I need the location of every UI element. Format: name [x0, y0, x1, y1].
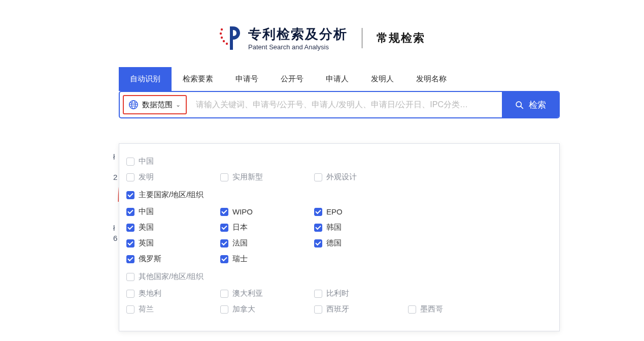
checkbox-main-kr[interactable]: 韩国: [314, 221, 408, 234]
logo-text: 专利检索及分析 Patent Search and Analysis: [248, 25, 348, 51]
scope-label: 数据范围: [142, 100, 173, 110]
header-mode: 常规检索: [377, 30, 425, 46]
checkbox-label: 奥地利: [139, 289, 161, 298]
checkbox-icon: [220, 173, 228, 181]
checkbox-icon: [126, 305, 134, 314]
checkbox-label: 其他国家/地区/组织: [139, 272, 204, 282]
checkbox-icon: [126, 191, 134, 199]
logo-icon: [219, 24, 241, 52]
checkbox-main-fr[interactable]: 法国: [220, 237, 314, 250]
checkbox-icon: [314, 173, 322, 181]
checkbox-main-us[interactable]: 美国: [126, 221, 220, 234]
checkbox-icon: [220, 208, 228, 216]
scope-dropdown: 中国 发明 实用新型 外观设计 主要国家/地区/组织 中国 WIPO EPO 美…: [119, 143, 560, 331]
logo-block: 专利检索及分析 Patent Search and Analysis: [219, 24, 348, 52]
tab-inventor[interactable]: 发明人: [360, 67, 405, 91]
svg-line-9: [521, 106, 523, 108]
logo-title-cn: 专利检索及分析: [248, 25, 348, 43]
checkbox-label: 比利时: [326, 289, 349, 298]
svg-point-3: [223, 40, 225, 42]
checkbox-icon: [126, 273, 134, 281]
checkbox-label: 瑞士: [232, 254, 248, 264]
tab-application-no[interactable]: 申请号: [224, 67, 269, 91]
svg-point-4: [226, 43, 228, 45]
checkbox-label: 中国: [139, 207, 154, 216]
checkbox-label: 墨西哥: [420, 304, 443, 314]
checkbox-label: 韩国: [326, 223, 342, 232]
checkbox-icon: [126, 208, 134, 216]
checkbox-icon: [408, 305, 416, 314]
checkbox-icon: [126, 173, 134, 181]
checkbox-other-mx[interactable]: 墨西哥: [408, 303, 502, 316]
checkbox-label: 俄罗斯: [139, 254, 161, 264]
checkbox-icon: [314, 305, 322, 314]
checkbox-label: 荷兰: [139, 304, 154, 314]
tab-invention-title[interactable]: 发明名称: [405, 67, 458, 91]
checkbox-icon: [220, 224, 228, 232]
checkbox-type-design[interactable]: 外观设计: [314, 171, 408, 183]
checkbox-main-de[interactable]: 德国: [314, 237, 408, 250]
logo-title-en: Patent Search and Analysis: [248, 43, 348, 51]
checkbox-icon: [220, 290, 228, 298]
checkbox-label: 美国: [139, 223, 154, 232]
header-divider: [362, 28, 362, 48]
checkbox-label: 西班牙: [326, 304, 349, 314]
tab-search-element[interactable]: 检索要素: [172, 67, 224, 91]
search-tabs: 自动识别 检索要素 申请号 公开号 申请人 发明人 发明名称: [119, 67, 644, 91]
bg-fragment: ł: [113, 152, 115, 161]
checkbox-section-main[interactable]: 主要国家/地区/组织: [126, 189, 552, 201]
tab-publication-no[interactable]: 公开号: [269, 67, 315, 91]
checkbox-type-utility[interactable]: 实用新型: [220, 171, 314, 183]
checkbox-main-epo[interactable]: EPO: [314, 205, 408, 218]
checkbox-main-ru[interactable]: 俄罗斯: [126, 253, 220, 265]
checkbox-label: 外观设计: [326, 172, 357, 182]
checkbox-label: EPO: [326, 207, 343, 216]
checkbox-label: 澳大利亚: [232, 289, 263, 298]
checkbox-icon: [126, 158, 134, 166]
checkbox-icon: [314, 208, 322, 216]
search-bar: 数据范围 ⌄ 检索: [119, 91, 560, 118]
bg-fragment: ł: [113, 224, 115, 232]
chevron-down-icon: ⌄: [176, 101, 181, 108]
bg-fragment: 6: [113, 234, 117, 242]
checkbox-label: 实用新型: [232, 172, 263, 182]
checkbox-other-ca[interactable]: 加拿大: [220, 303, 314, 316]
checkbox-icon: [220, 305, 228, 314]
bg-fragment: 2: [113, 173, 117, 181]
search-input[interactable]: [190, 92, 502, 117]
checkbox-other-es[interactable]: 西班牙: [314, 303, 408, 316]
checkbox-label: 中国: [139, 157, 154, 166]
checkbox-main-wipo[interactable]: WIPO: [220, 205, 314, 218]
checkbox-other-au[interactable]: 澳大利亚: [220, 287, 314, 300]
checkbox-other-at[interactable]: 奥地利: [126, 287, 220, 300]
checkbox-other-be[interactable]: 比利时: [314, 287, 408, 300]
checkbox-label: WIPO: [232, 207, 253, 216]
checkbox-icon: [314, 239, 322, 247]
svg-point-1: [220, 33, 222, 35]
checkbox-other-nl[interactable]: 荷兰: [126, 303, 220, 316]
checkbox-main-gb[interactable]: 英国: [126, 237, 220, 250]
checkbox-main-jp[interactable]: 日本: [220, 221, 314, 234]
scope-selector[interactable]: 数据范围 ⌄: [123, 95, 187, 114]
header: 专利检索及分析 Patent Search and Analysis 常规检索: [0, 0, 644, 67]
checkbox-icon: [126, 239, 134, 247]
checkbox-icon: [220, 239, 228, 247]
search-button[interactable]: 检索: [502, 92, 559, 117]
checkbox-type-invention[interactable]: 发明: [126, 171, 220, 183]
globe-icon: [128, 99, 139, 110]
tab-applicant[interactable]: 申请人: [315, 67, 360, 91]
checkbox-icon: [314, 290, 322, 298]
search-button-label: 检索: [529, 99, 546, 111]
checkbox-label: 英国: [139, 238, 154, 248]
checkbox-label: 主要国家/地区/组织: [139, 190, 204, 200]
checkbox-label: 发明: [139, 172, 154, 182]
checkbox-main-ch[interactable]: 瑞士: [220, 253, 314, 265]
checkbox-icon: [126, 255, 134, 263]
search-icon: [515, 101, 524, 109]
checkbox-main-china[interactable]: 中国: [126, 205, 220, 218]
checkbox-section-other[interactable]: 其他国家/地区/组织: [126, 270, 552, 283]
checkbox-group-china[interactable]: 中国: [126, 155, 552, 168]
checkbox-label: 德国: [326, 238, 342, 248]
checkbox-icon: [126, 224, 134, 232]
tab-auto-detect[interactable]: 自动识别: [119, 67, 172, 91]
